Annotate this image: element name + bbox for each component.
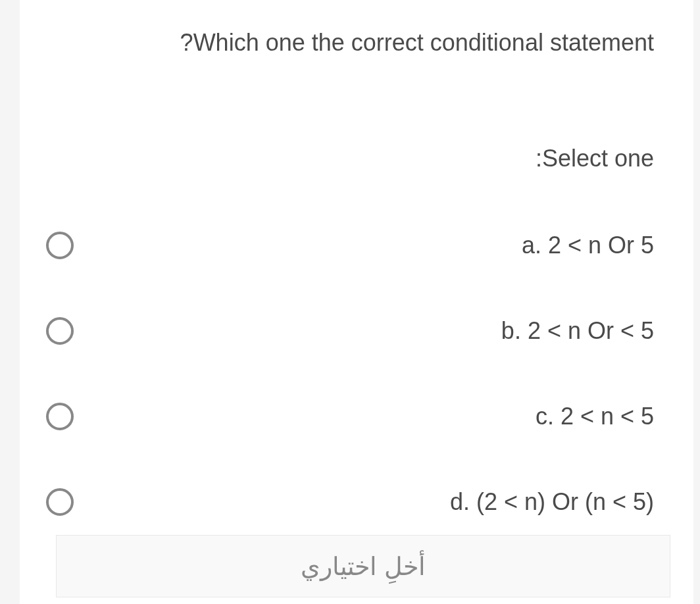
option-label-a: a. 2 < n Or 5: [522, 232, 654, 259]
question-card: ?Which one the correct conditional state…: [20, 0, 693, 604]
radio-d[interactable]: [46, 488, 74, 516]
option-label-d: d. (2 < n) Or (n < 5): [450, 488, 654, 516]
radio-c[interactable]: [46, 403, 74, 430]
clear-selection-button[interactable]: أخلِ اختياري: [56, 535, 670, 597]
option-row-c[interactable]: c. 2 < n < 5: [46, 403, 661, 430]
option-row-b[interactable]: b. 2 < n Or < 5: [46, 317, 661, 345]
options-list: a. 2 < n Or 5 b. 2 < n Or < 5 c. 2 < n <…: [46, 232, 661, 516]
question-text: ?Which one the correct conditional state…: [46, 26, 661, 59]
option-row-a[interactable]: a. 2 < n Or 5: [46, 232, 661, 259]
select-instruction: :Select one: [46, 145, 661, 172]
option-row-d[interactable]: d. (2 < n) Or (n < 5): [46, 488, 661, 516]
clear-button-label: أخلِ اختياري: [301, 552, 426, 581]
option-label-b: b. 2 < n Or < 5: [501, 317, 654, 345]
radio-b[interactable]: [46, 317, 74, 345]
option-label-c: c. 2 < n < 5: [536, 403, 654, 430]
radio-a[interactable]: [46, 232, 74, 259]
